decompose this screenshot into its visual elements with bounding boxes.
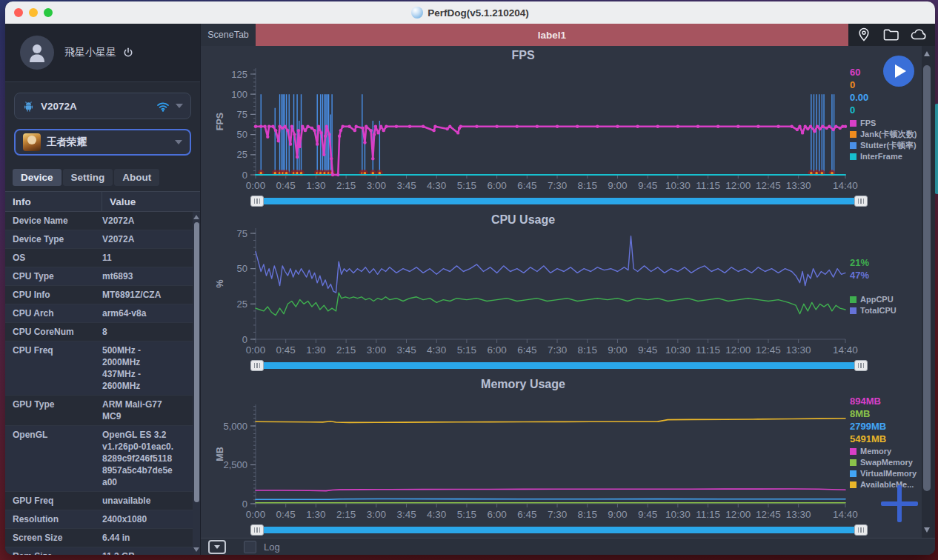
legend-item-interframe[interactable]: InterFrame (850, 151, 917, 162)
close-button[interactable] (14, 8, 23, 17)
slider-handle-right[interactable] (854, 196, 868, 207)
svg-text:11:15: 11:15 (696, 180, 720, 191)
memory-time-slider[interactable] (250, 524, 868, 536)
legend-item-memory[interactable]: Memory (850, 446, 917, 457)
legend-item-swapmemory[interactable]: SwapMemory (850, 457, 917, 468)
row-value: 2400x1080 (96, 513, 193, 525)
scene-label-tab[interactable]: label1 (256, 24, 848, 46)
folder-icon[interactable] (882, 27, 899, 43)
legend-item-jank[interactable]: Jank(卡顿次数) (850, 129, 917, 140)
legend-item-totalcpu[interactable]: TotalCPU (850, 305, 897, 316)
current-value: 47% (850, 269, 869, 281)
sidebar: 飛星小星星 V2072A (5, 24, 201, 555)
current-value: 5491MB (850, 433, 886, 445)
chevron-down-icon (176, 104, 183, 108)
current-value: 60 (850, 66, 868, 79)
svg-text:2,500: 2,500 (223, 459, 247, 470)
table-row: Screen Size6.44 in (5, 529, 193, 547)
app-select-value: 王者荣耀 (47, 136, 169, 149)
chart-canvas: 02550751001250:000:451:302:153:003:454:3… (201, 46, 922, 194)
scroll-down-icon[interactable] (924, 527, 930, 533)
avatar[interactable] (20, 36, 54, 70)
svg-text:4:30: 4:30 (427, 509, 446, 520)
table-row: GPU Frequnavailable (5, 492, 193, 510)
app-select[interactable]: 王者荣耀 (14, 129, 191, 156)
tab-about[interactable]: About (114, 169, 159, 186)
log-checkbox[interactable] (244, 541, 256, 553)
slider-handle-left[interactable] (250, 196, 264, 207)
table-scrollbar[interactable] (193, 212, 200, 555)
scroll-down-icon[interactable] (193, 547, 199, 552)
fps-legend-items: FPSJank(卡顿次数)Stutter(卡顿率)InterFrame (850, 118, 917, 162)
cloud-icon[interactable] (910, 27, 928, 43)
cpu-time-slider[interactable] (250, 360, 868, 371)
svg-text:0:00: 0:00 (246, 180, 265, 191)
svg-text:0:00: 0:00 (246, 344, 265, 356)
table-row: CPU CoreNum8 (5, 323, 193, 341)
svg-text:1:30: 1:30 (306, 180, 325, 191)
table-row: Device TypeV2072A (5, 230, 193, 249)
row-label: CPU CoreNum (5, 326, 96, 338)
location-icon[interactable] (856, 27, 872, 43)
scroll-up-icon[interactable] (924, 51, 930, 56)
row-value: MT6891Z/CZA (96, 289, 193, 301)
legend-item-appcpu[interactable]: AppCPU (850, 294, 897, 305)
svg-text:50: 50 (237, 263, 247, 274)
cpu-legend: 21%47%AppCPUTotalCPU (850, 210, 921, 373)
svg-text:9:45: 9:45 (638, 509, 657, 520)
svg-text:8:15: 8:15 (578, 344, 597, 356)
svg-text:125: 125 (231, 69, 247, 80)
tab-setting[interactable]: Setting (63, 169, 113, 186)
minimize-button[interactable] (29, 8, 38, 17)
svg-text:3:00: 3:00 (367, 180, 386, 191)
svg-text:6:45: 6:45 (517, 344, 536, 356)
tab-device[interactable]: Device (13, 169, 61, 186)
current-value: 8MB (850, 407, 886, 420)
svg-text:10:30: 10:30 (665, 180, 691, 191)
legend-item-stutter[interactable]: Stutter(卡顿率) (850, 140, 917, 151)
svg-text:3:00: 3:00 (367, 509, 386, 520)
row-label: CPU Type (5, 270, 96, 282)
scroll-up-icon[interactable] (193, 215, 199, 219)
legend-item-fps[interactable]: FPS (850, 118, 917, 129)
svg-text:FPS: FPS (215, 113, 225, 130)
scene-tab[interactable]: SceneTab (201, 24, 256, 46)
bottom-bar: Log (201, 538, 935, 555)
table-scrollbar-thumb[interactable] (194, 222, 199, 502)
legend-swatch (850, 470, 856, 477)
slider-handle-left[interactable] (250, 360, 264, 371)
svg-text:3:45: 3:45 (396, 509, 416, 520)
slider-handle-right[interactable] (854, 524, 868, 536)
main-panel: SceneTab label1 FPS02550751001250 (201, 24, 935, 555)
power-icon[interactable] (123, 47, 133, 58)
legend-item-virtualmemory[interactable]: VirtualMemory (850, 468, 917, 479)
slider-handle-right[interactable] (854, 360, 868, 371)
svg-text:5:15: 5:15 (457, 509, 476, 520)
legend-label: TotalCPU (860, 305, 897, 316)
current-value: 2799MB (850, 420, 886, 433)
svg-text:12:00: 12:00 (725, 180, 751, 191)
current-value: 0.00 (850, 91, 868, 104)
legend-swatch (850, 307, 856, 314)
svg-text:MB: MB (215, 447, 225, 461)
zoom-button[interactable] (44, 8, 53, 17)
add-chart-button[interactable] (881, 485, 918, 522)
row-value: OpenGL ES 3.2 v1.r26p0-01eac0. 8289c9f24… (96, 429, 193, 488)
table-row: CPU Freq500MHz - 2000MHz 437MHz - 2600MH… (5, 341, 193, 396)
svg-text:12:45: 12:45 (756, 509, 781, 520)
legend-label: Stutter(卡顿率) (860, 140, 917, 151)
play-icon (895, 64, 906, 78)
fps-time-slider[interactable] (250, 196, 868, 207)
table-body: Device NameV2072ADevice TypeV2072AOS11CP… (5, 212, 193, 555)
svg-text:10:30: 10:30 (665, 509, 691, 520)
row-value: unavailable (96, 495, 193, 507)
device-select[interactable]: V2072A (14, 93, 191, 119)
chart-canvas: 02550750:000:451:302:153:003:454:305:156… (201, 210, 922, 359)
grip-icon (254, 199, 261, 204)
svg-text:11:15: 11:15 (696, 344, 720, 356)
chart-scrollbar-thumb[interactable] (923, 65, 931, 491)
expand-log-button[interactable] (208, 540, 226, 554)
slider-handle-left[interactable] (250, 524, 264, 536)
chart-scrollbar[interactable] (922, 46, 932, 538)
play-button[interactable] (883, 56, 914, 87)
